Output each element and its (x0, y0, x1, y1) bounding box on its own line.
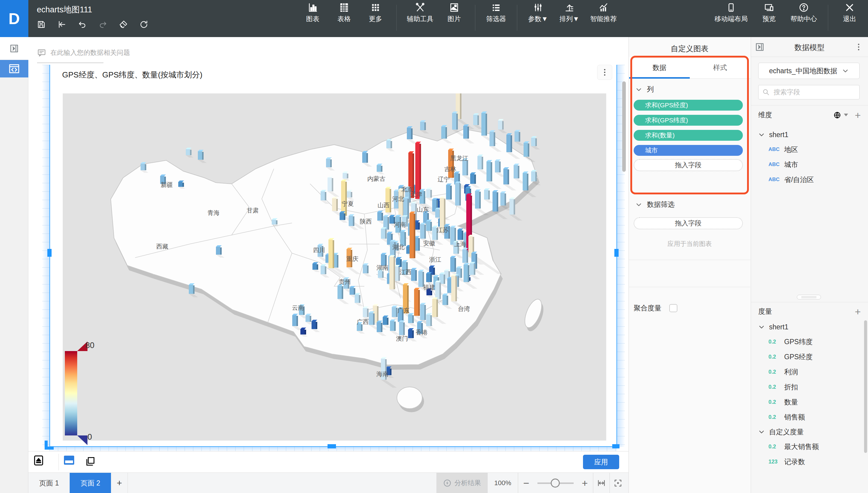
field-item[interactable]: 0.2数量 (758, 394, 861, 409)
format-brush-icon[interactable] (118, 19, 129, 30)
tool-filter[interactable]: 筛选器 (485, 2, 507, 23)
refresh-icon[interactable] (138, 19, 150, 30)
apply-button-dup[interactable]: 应用 (583, 455, 619, 469)
add-dimension-icon[interactable]: + (855, 112, 861, 118)
sidebar-item-custom-code[interactable] (0, 60, 28, 78)
svg-text:吉林: 吉林 (444, 166, 456, 172)
zoom-slider[interactable] (537, 473, 574, 493)
caret-down-icon[interactable] (844, 114, 848, 116)
filter-section-header[interactable]: 数据筛选 (636, 200, 675, 209)
widget-menu-button[interactable] (597, 65, 612, 80)
tool-phone[interactable]: 移动端布局 (715, 2, 748, 23)
field-item[interactable]: 0.2最大销售额 (758, 439, 861, 454)
app-logo[interactable]: D (0, 0, 28, 37)
svg-text:安徽: 安徽 (423, 240, 435, 246)
field-pill[interactable]: 求和(GPS纬度) (634, 115, 743, 126)
tool-preview[interactable]: 预览 (759, 2, 780, 23)
tool-params[interactable]: 参数▼ (528, 2, 549, 23)
globe-icon[interactable] (833, 111, 842, 119)
resize-handle-bottom-right[interactable] (612, 444, 619, 448)
field-item[interactable]: ABC地区 (758, 142, 861, 157)
field-item[interactable]: 0.2销售额 (758, 409, 861, 425)
tool-smart[interactable]: 智能推荐 (590, 2, 617, 23)
filter-drop-zone[interactable]: 拖入字段 (634, 217, 743, 229)
tool-tools[interactable]: 辅助工具 (407, 2, 433, 23)
resize-handle-bottom[interactable] (328, 444, 336, 448)
zoom-in-button[interactable]: + (577, 473, 593, 493)
add-page-button[interactable]: + (111, 473, 128, 493)
pages-copy-icon[interactable] (84, 456, 96, 467)
panel-expand-icon (9, 43, 19, 53)
tab-数据[interactable]: 数据 (629, 57, 690, 78)
save-icon[interactable] (36, 19, 47, 30)
field-group[interactable]: shert1 (758, 127, 861, 142)
panel-menu-icon[interactable] (853, 41, 864, 53)
fullscreen-icon[interactable] (610, 473, 626, 493)
custom-chart-panel: 自定义图表 数据样式 列 求和(GPS经度)求和(GPS纬度)求和(数量)城市 … (628, 37, 750, 493)
resize-handle-left[interactable] (47, 249, 51, 257)
columns-section-header[interactable]: 列 (636, 85, 654, 94)
zoom-slider-knob[interactable] (551, 478, 560, 488)
page-tab[interactable]: 页面 2 (70, 473, 111, 493)
resize-handle-bottom-left2[interactable] (45, 447, 54, 450)
page-tab[interactable]: 页面 1 (28, 473, 70, 493)
sidebar-expand-button[interactable] (0, 37, 28, 60)
field-type-badge: ABC (768, 177, 784, 183)
field-item[interactable]: 0.2利润 (758, 364, 861, 379)
field-pill[interactable]: 求和(数量) (634, 130, 743, 141)
aggregate-measure-label: 聚合度量 (634, 303, 661, 313)
field-search-input[interactable]: 搜索字段 (758, 85, 860, 100)
field-group[interactable]: shert1 (758, 320, 861, 334)
fit-width-icon[interactable] (593, 473, 609, 493)
analysis-result-button[interactable]: 分析结果 (436, 473, 488, 493)
tool-more[interactable]: 更多 (365, 2, 386, 23)
map3d-chart[interactable]: 新疆青海西藏甘肃宁夏内蒙古黑龙江吉林辽宁北京天津河北山西山东陕西河南江苏安徽上海… (63, 93, 606, 441)
resize-handle-right[interactable] (614, 249, 619, 257)
back-to-start-icon[interactable] (56, 19, 67, 30)
data-question-input[interactable]: 在此输入您的数据相关问题 (37, 42, 103, 63)
field-item[interactable]: 0.2GPS经度 (758, 349, 861, 364)
toolbar-divider (475, 5, 475, 31)
tool-help[interactable]: 帮助中心 (790, 2, 817, 23)
tool-exit[interactable]: 退出 (839, 2, 860, 23)
redo-icon[interactable] (97, 19, 108, 30)
tool-table[interactable]: 表格 (334, 2, 355, 23)
bottom-toolbar: 应用 (28, 451, 628, 472)
field-item[interactable]: ABC省/自治区 (758, 172, 861, 187)
visualmap-gradient[interactable] (65, 351, 77, 435)
field-item[interactable]: ABC城市 (758, 157, 861, 172)
toolbar-divider (396, 5, 397, 31)
dataset-select[interactable]: echarts_中国地图数据 (758, 63, 860, 79)
field-item[interactable]: 0.2GPS纬度 (758, 334, 861, 349)
svg-text:河北: 河北 (392, 196, 404, 202)
dashboard-canvas: 在此输入您的数据相关问题 GPS经度、GPS纬度、数量(按城市划分) (28, 37, 628, 451)
tool-image[interactable]: 图片 (443, 2, 465, 23)
tool-chart[interactable]: 图表 (302, 2, 323, 23)
page-view-solid-icon[interactable] (64, 456, 74, 465)
field-type-badge: 0.2 (768, 399, 784, 405)
dimensions-label: 维度 (758, 110, 772, 120)
model-panel-scrollbar[interactable] (864, 320, 867, 453)
columns-drop-zone[interactable]: 拖入字段 (634, 159, 743, 171)
svg-text:宁夏: 宁夏 (342, 200, 354, 207)
field-item[interactable]: 123记录数 (758, 454, 861, 469)
field-type-badge: 123 (768, 459, 784, 465)
field-pill[interactable]: 求和(GPS经度) (634, 100, 743, 111)
svg-text:山西: 山西 (378, 202, 390, 209)
field-group[interactable]: 自定义度量 (758, 425, 861, 439)
svg-text:新疆: 新疆 (161, 181, 173, 188)
collapse-pages-button[interactable] (33, 454, 45, 467)
aggregate-measure-checkbox[interactable] (669, 304, 677, 312)
zoom-out-button[interactable]: − (518, 473, 534, 493)
add-measure-icon[interactable]: + (855, 308, 861, 315)
tool-arrange[interactable]: 排列▼ (559, 2, 580, 23)
svg-text:四川: 四川 (313, 247, 325, 253)
tab-样式[interactable]: 样式 (690, 57, 750, 78)
field-pill[interactable]: 城市 (634, 145, 743, 156)
svg-text:河南: 河南 (394, 221, 406, 228)
svg-text:黑龙江: 黑龙江 (450, 155, 468, 162)
field-item[interactable]: 0.2折扣 (758, 379, 861, 394)
undo-icon[interactable] (77, 19, 88, 30)
panel-splitter-handle[interactable] (797, 295, 821, 300)
canvas-scrollbar[interactable] (622, 81, 626, 172)
